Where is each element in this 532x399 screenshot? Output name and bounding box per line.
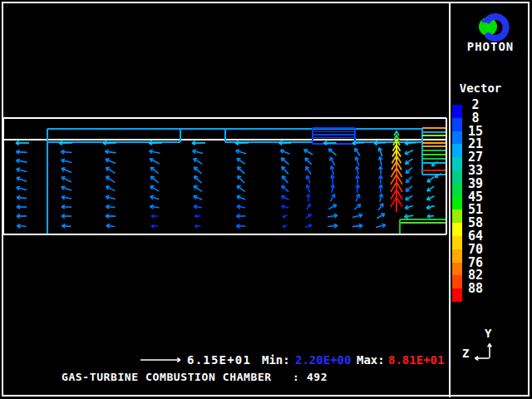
photon-app-window: PHOTON Vector 28152127333945515864707682… <box>0 0 532 399</box>
scale-swatch <box>452 197 462 210</box>
scale-swatch <box>452 144 462 157</box>
legend-title: Vector <box>459 81 502 95</box>
scale-swatch <box>452 118 462 131</box>
scale-swatch <box>452 157 462 170</box>
min-value: 2.20E+00 <box>295 353 351 367</box>
scale-swatch <box>452 236 462 249</box>
scale-label: 88 <box>462 281 489 296</box>
panel-divider <box>449 2 451 397</box>
min-label: Min: <box>262 353 290 367</box>
scale-swatch <box>452 131 462 145</box>
scale-swatch <box>452 249 462 263</box>
axis-z-label: Z <box>462 347 469 360</box>
axis-y-label: Y <box>485 327 491 340</box>
max-value: 8.81E+01 <box>388 353 444 367</box>
scale-swatch <box>452 105 462 118</box>
scale-swatch <box>452 223 462 236</box>
scale-swatch <box>452 184 462 197</box>
plot-title: GAS-TURBINE COMBUSTION CHAMBER : 492 <box>62 371 328 383</box>
max-label: Max: <box>357 353 385 367</box>
scale-swatch <box>452 275 462 288</box>
reference-vector-value: 6.15E+01 <box>187 353 251 367</box>
scale-swatch <box>452 209 462 223</box>
photon-logo-label: PHOTON <box>464 40 517 53</box>
scale-swatch <box>452 170 462 184</box>
scale-swatch <box>452 263 462 276</box>
scale-swatch <box>452 288 462 302</box>
